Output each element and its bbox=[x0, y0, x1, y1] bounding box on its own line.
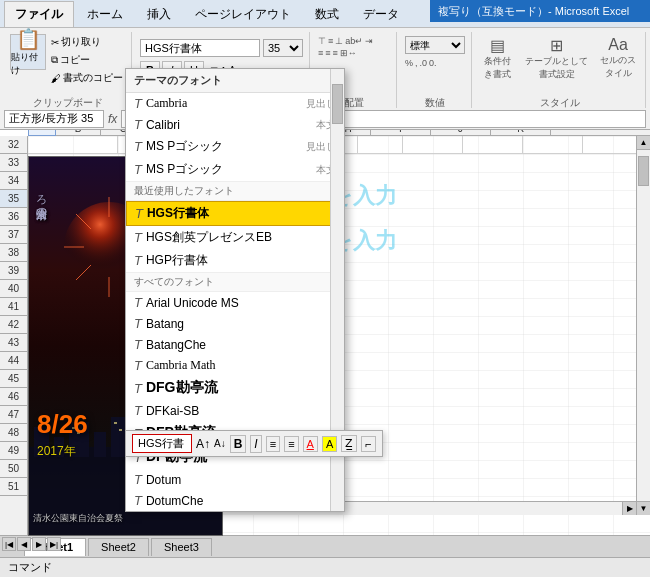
mini-highlight-icon[interactable]: A bbox=[322, 436, 337, 452]
row-headers: 32 33 34 35 36 37 38 39 40 41 42 43 44 4… bbox=[0, 136, 28, 537]
font-t-hgs-pres: T bbox=[134, 230, 142, 245]
font-item-dfg[interactable]: T DFG勘亭流 bbox=[126, 376, 344, 400]
font-item-hgs-gyosho[interactable]: T HGS行書体 bbox=[126, 201, 344, 226]
row-39[interactable]: 39 bbox=[0, 262, 27, 280]
font-name-cambria: Cambria bbox=[146, 96, 306, 111]
paste-button[interactable]: 📋 貼り付け bbox=[10, 34, 46, 70]
row-46[interactable]: 46 bbox=[0, 388, 27, 406]
number-format-select[interactable]: 標準 bbox=[405, 36, 465, 54]
increase-decimal-btn[interactable]: .0 bbox=[420, 58, 428, 68]
styles-placeholder: ▤ 条件付き書式 ⊞ テーブルとして書式設定 Aa セルのスタイル bbox=[480, 36, 639, 81]
scroll-thumb[interactable] bbox=[638, 156, 649, 186]
font-item-cambria-math[interactable]: T Cambria Math bbox=[126, 355, 344, 376]
mini-font-color-a[interactable]: A bbox=[303, 436, 318, 452]
row-42[interactable]: 42 bbox=[0, 316, 27, 334]
font-item-dfkai[interactable]: T DFKai-SB bbox=[126, 400, 344, 421]
align-top-icon[interactable]: ⊤ bbox=[318, 36, 326, 46]
font-item-dotumche[interactable]: T DotumChe bbox=[126, 490, 344, 511]
font-name-input[interactable] bbox=[140, 39, 260, 57]
format-copy-button[interactable]: 🖌 書式のコピー bbox=[49, 70, 125, 86]
font-item-cambria[interactable]: T Cambria 見出し bbox=[126, 93, 344, 114]
row-40[interactable]: 40 bbox=[0, 280, 27, 298]
mini-font-name[interactable]: HGS行書 bbox=[132, 434, 192, 453]
dropdown-scroll-thumb[interactable] bbox=[332, 84, 343, 124]
indent-icon[interactable]: ⇥ bbox=[365, 36, 373, 46]
vertical-scrollbar[interactable]: ▲ ▼ bbox=[636, 136, 650, 515]
mini-bold-icon[interactable]: B bbox=[230, 435, 247, 453]
font-size-select[interactable]: 35 bbox=[263, 39, 303, 57]
row-35[interactable]: 35 bbox=[0, 190, 27, 208]
decrease-decimal-btn[interactable]: 0. bbox=[429, 58, 437, 68]
font-item-mspgothic2[interactable]: T MS Pゴシック 本文 bbox=[126, 158, 344, 181]
row-41[interactable]: 41 bbox=[0, 298, 27, 316]
percent-btn[interactable]: % bbox=[405, 58, 413, 68]
tab-data[interactable]: データ bbox=[352, 1, 410, 27]
font-item-dotum[interactable]: T Dotum bbox=[126, 469, 344, 490]
tab-insert[interactable]: 挿入 bbox=[136, 1, 182, 27]
row-43[interactable]: 43 bbox=[0, 334, 27, 352]
copy-button[interactable]: ⧉ コピー bbox=[49, 52, 125, 68]
sheet-tab-3[interactable]: Sheet3 bbox=[151, 538, 212, 556]
tab-page-layout[interactable]: ページレイアウト bbox=[184, 1, 302, 27]
row-45[interactable]: 45 bbox=[0, 370, 27, 388]
scroll-up-button[interactable]: ▲ bbox=[637, 136, 650, 150]
excel-window: 複写り（互換モード）- Microsoft Excel ファイル ホーム 挿入 … bbox=[0, 0, 650, 577]
scroll-down-button[interactable]: ▼ bbox=[637, 501, 650, 515]
sheet-first-arrow[interactable]: |◀ bbox=[2, 537, 16, 551]
mini-extra-icon[interactable]: ⌐ bbox=[361, 436, 375, 452]
row-32[interactable]: 32 bbox=[0, 136, 27, 154]
align-left-icon[interactable]: ≡ bbox=[318, 48, 323, 58]
row-33[interactable]: 33 bbox=[0, 154, 27, 172]
row-37[interactable]: 37 bbox=[0, 226, 27, 244]
scroll-right-button[interactable]: ▶ bbox=[622, 502, 636, 515]
sheet-last-arrow[interactable]: ▶| bbox=[47, 537, 61, 551]
row-49[interactable]: 49 bbox=[0, 442, 27, 460]
mini-toolbar: HGS行書 A↑ A↓ B I ≡ ≡ A A Z̲ ⌐ bbox=[125, 430, 383, 457]
align-middle-icon[interactable]: ≡ bbox=[328, 36, 333, 46]
tab-formula[interactable]: 数式 bbox=[304, 1, 350, 27]
row-34[interactable]: 34 bbox=[0, 172, 27, 190]
row-47[interactable]: 47 bbox=[0, 406, 27, 424]
name-box[interactable] bbox=[4, 110, 104, 128]
font-t-hgs: T bbox=[135, 206, 143, 221]
mini-italic-icon[interactable]: I bbox=[250, 435, 261, 453]
conditional-format-btn[interactable]: ▤ 条件付き書式 bbox=[480, 36, 516, 81]
font-size-up-icon[interactable]: A↑ bbox=[196, 437, 210, 451]
row-50[interactable]: 50 bbox=[0, 460, 27, 478]
cell-styles-btn[interactable]: Aa セルのスタイル bbox=[597, 36, 639, 81]
font-name-batangche: BatangChe bbox=[146, 338, 336, 352]
row-38[interactable]: 38 bbox=[0, 244, 27, 262]
align-right-icon[interactable]: ≡ bbox=[333, 48, 338, 58]
tab-home[interactable]: ホーム bbox=[76, 1, 134, 27]
font-name-batang: Batang bbox=[146, 317, 336, 331]
tab-file[interactable]: ファイル bbox=[4, 1, 74, 27]
row-44[interactable]: 44 bbox=[0, 352, 27, 370]
sheet-tab-2[interactable]: Sheet2 bbox=[88, 538, 149, 556]
font-item-calibri[interactable]: T Calibri 本文 bbox=[126, 114, 344, 135]
row-48[interactable]: 48 bbox=[0, 424, 27, 442]
sheet-next-arrow[interactable]: ▶ bbox=[32, 537, 46, 551]
number-placeholder: 標準 % , .0 0. bbox=[405, 36, 465, 68]
font-item-batangche[interactable]: T BatangChe bbox=[126, 334, 344, 355]
sheet-prev-arrow[interactable]: ◀ bbox=[17, 537, 31, 551]
row-36[interactable]: 36 bbox=[0, 208, 27, 226]
font-item-hgp[interactable]: T HGP行書体 bbox=[126, 249, 344, 272]
font-item-mspgothic1[interactable]: T MS Pゴシック 見出し bbox=[126, 135, 344, 158]
merge-icon[interactable]: ⊞↔ bbox=[340, 48, 357, 58]
cut-button[interactable]: ✂ 切り取り bbox=[49, 34, 125, 50]
mini-align-left-icon[interactable]: ≡ bbox=[266, 436, 280, 452]
align-bottom-icon[interactable]: ⊥ bbox=[335, 36, 343, 46]
font-item-arial-unicode[interactable]: T Arial Unicode MS bbox=[126, 292, 344, 313]
table-format-btn[interactable]: ⊞ テーブルとして書式設定 bbox=[524, 36, 590, 81]
font-t-batangche: T bbox=[134, 337, 142, 352]
font-item-batang[interactable]: T Batang bbox=[126, 313, 344, 334]
align-center-icon[interactable]: ≡ bbox=[325, 48, 330, 58]
comma-btn[interactable]: , bbox=[415, 58, 418, 68]
font-size-down-icon[interactable]: A↓ bbox=[214, 438, 226, 449]
mini-align-center-icon[interactable]: ≡ bbox=[284, 436, 298, 452]
font-name-hgp: HGP行書体 bbox=[146, 252, 336, 269]
mini-underline-z-icon[interactable]: Z̲ bbox=[341, 435, 357, 452]
row-51[interactable]: 51 bbox=[0, 478, 27, 496]
font-item-hgs-pres[interactable]: T HGS創英プレゼンスEB bbox=[126, 226, 344, 249]
text-direction-icon[interactable]: ab↵ bbox=[345, 36, 363, 46]
